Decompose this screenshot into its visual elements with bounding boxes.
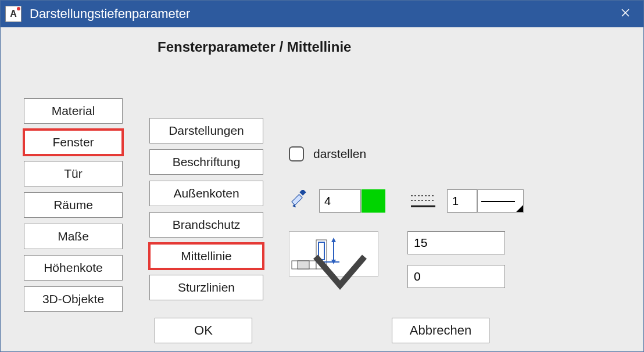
app-icon: A bbox=[5, 6, 22, 22]
linestyle-preview[interactable] bbox=[477, 189, 524, 213]
subcategory-button-brandschutz[interactable]: Brandschutz bbox=[149, 212, 263, 238]
settings-area: darstellen bbox=[289, 146, 609, 288]
darstellen-checkbox[interactable] bbox=[289, 146, 304, 161]
category-button-material[interactable]: Material bbox=[24, 98, 123, 124]
category-column: MaterialFensterTürRäumeMaßeHöhenkote3D-O… bbox=[24, 98, 123, 312]
subcategory-button-darstellungen[interactable]: Darstellungen bbox=[149, 118, 263, 143]
linetype-number-input[interactable] bbox=[447, 189, 477, 213]
category-button-fenster[interactable]: Fenster bbox=[24, 130, 123, 155]
svg-marker-11 bbox=[331, 238, 336, 242]
category-button-ma-e[interactable]: Maße bbox=[24, 224, 123, 249]
pen-color-swatch[interactable] bbox=[361, 189, 385, 213]
subcategory-button-beschriftung[interactable]: Beschriftung bbox=[149, 149, 263, 175]
subcategory-button-au-enkoten[interactable]: Außenkoten bbox=[149, 181, 263, 206]
svg-rect-1 bbox=[292, 194, 302, 204]
close-icon bbox=[621, 8, 630, 20]
dialog-footer: OK Abbrechen bbox=[1, 318, 643, 343]
offset-b-input[interactable] bbox=[407, 265, 505, 288]
subcategory-button-mittellinie[interactable]: Mittellinie bbox=[149, 243, 263, 269]
ok-button[interactable]: OK bbox=[155, 318, 252, 343]
offset-row bbox=[289, 231, 609, 288]
svg-rect-2 bbox=[299, 190, 306, 196]
page-title: Fensterparameter / Mittellinie bbox=[1, 27, 643, 55]
close-button[interactable] bbox=[610, 1, 641, 27]
category-button-t-r[interactable]: Tür bbox=[24, 161, 123, 186]
dialog-window: A Darstellungstiefenparameter Fensterpar… bbox=[0, 0, 644, 352]
window-title: Darstellungstiefenparameter bbox=[30, 6, 610, 21]
category-button-h-henkote[interactable]: Höhenkote bbox=[24, 255, 123, 281]
darstellen-label: darstellen bbox=[313, 147, 366, 161]
category-button-3d-objekte[interactable]: 3D-Objekte bbox=[24, 286, 123, 312]
pen-row bbox=[289, 189, 609, 213]
dialog-content: Fensterparameter / Mittellinie MaterialF… bbox=[1, 27, 643, 351]
darstellen-row: darstellen bbox=[289, 146, 609, 161]
titlebar: A Darstellungstiefenparameter bbox=[1, 1, 643, 27]
linetype-icon bbox=[410, 192, 437, 210]
chevron-down-icon bbox=[308, 253, 372, 296]
pen-number-input[interactable] bbox=[319, 189, 361, 213]
category-button-r-ume[interactable]: Räume bbox=[24, 192, 123, 218]
subcategory-column: DarstellungenBeschriftungAußenkotenBrand… bbox=[149, 118, 263, 300]
cancel-button[interactable]: Abbrechen bbox=[392, 318, 489, 343]
offset-a-input[interactable] bbox=[407, 231, 505, 254]
subcategory-button-sturzlinien[interactable]: Sturzlinien bbox=[149, 275, 263, 300]
offset-inputs bbox=[407, 231, 505, 288]
center-mode-dropdown[interactable] bbox=[289, 231, 378, 276]
pen-icon bbox=[289, 190, 309, 213]
svg-rect-7 bbox=[298, 261, 309, 269]
